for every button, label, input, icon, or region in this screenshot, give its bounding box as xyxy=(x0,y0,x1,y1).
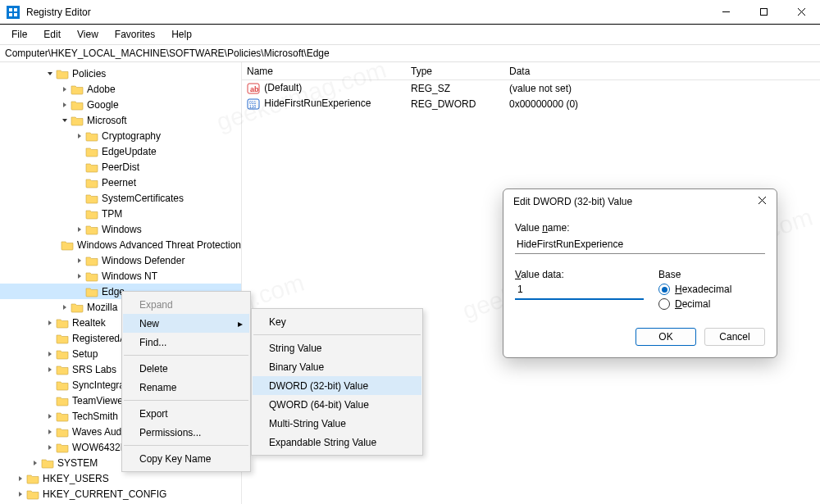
folder-icon xyxy=(85,270,98,282)
chevron-right-icon[interactable] xyxy=(44,413,56,420)
folder-icon xyxy=(85,161,98,173)
tree-item[interactable]: PeerDist xyxy=(0,159,241,175)
ctx-expand[interactable]: Expand xyxy=(123,295,249,314)
chevron-right-icon[interactable] xyxy=(44,444,56,451)
chevron-right-icon[interactable] xyxy=(59,304,71,311)
chevron-down-icon[interactable] xyxy=(44,70,56,77)
folder-icon xyxy=(56,426,69,438)
col-name-header[interactable]: Name xyxy=(242,66,406,77)
folder-icon xyxy=(85,208,98,220)
ctx-delete[interactable]: Delete xyxy=(123,359,249,378)
folder-icon xyxy=(26,488,39,500)
tree-item[interactable]: Windows NT xyxy=(0,268,241,284)
tree-item-label: PeerDist xyxy=(102,161,139,173)
tree-item-label: TPM xyxy=(102,208,122,220)
tree-item[interactable]: SystemCertificates xyxy=(0,190,241,206)
ctx-copy-key-name[interactable]: Copy Key Name xyxy=(123,449,249,468)
chevron-down-icon[interactable] xyxy=(59,117,71,124)
ctx-export[interactable]: Export xyxy=(123,404,249,423)
menu-favorites[interactable]: Favorites xyxy=(107,26,163,43)
chevron-right-icon[interactable] xyxy=(15,475,26,482)
context-menu: Expand New ▸ Find... Delete Rename Expor… xyxy=(121,291,251,472)
ctx-new-expandstring[interactable]: Expandable String Value xyxy=(253,433,421,452)
ctx-find[interactable]: Find... xyxy=(123,333,249,352)
folder-icon xyxy=(56,379,69,391)
tree-item-label: SYSTEM xyxy=(57,457,98,469)
ctx-new-label: New xyxy=(139,318,159,329)
tree-item[interactable]: Windows Advanced Threat Protection xyxy=(0,237,241,252)
tree-item[interactable]: Peernet xyxy=(0,175,241,190)
list-row[interactable]: ab (Default) REG_SZ (value not set) xyxy=(242,80,820,96)
ctx-new-key[interactable]: Key xyxy=(253,312,421,331)
tree-item-label: Policies xyxy=(72,68,106,79)
chevron-right-icon[interactable] xyxy=(44,429,56,435)
tree-item-label: Realtek xyxy=(72,317,106,329)
folder-icon xyxy=(71,84,84,95)
dialog-title: Edit DWORD (32-bit) Value xyxy=(513,196,632,207)
chevron-right-icon[interactable] xyxy=(74,273,85,279)
menu-view[interactable]: View xyxy=(69,26,107,43)
ctx-permissions[interactable]: Permissions... xyxy=(123,423,249,442)
radio-dot-icon xyxy=(658,298,670,310)
radio-dec-label: Decimal xyxy=(675,298,710,310)
list-row[interactable]: 011110 HideFirstRunExperience REG_DWORD … xyxy=(242,96,820,111)
ctx-new-binary[interactable]: Binary Value xyxy=(253,357,421,376)
value-name: (Default) xyxy=(264,82,302,93)
chevron-right-icon[interactable] xyxy=(44,366,56,373)
tree-item[interactable]: HKEY_CURRENT_CONFIG xyxy=(0,486,241,502)
ctx-new-string[interactable]: String Value xyxy=(253,338,421,357)
radio-hexadecimal[interactable]: Hexadecimal xyxy=(658,284,765,295)
ctx-new-dword[interactable]: DWORD (32-bit) Value xyxy=(253,376,421,395)
radio-decimal[interactable]: Decimal xyxy=(658,298,765,310)
value-name-field: HideFirstRunExperience xyxy=(515,235,765,254)
menu-edit[interactable]: Edit xyxy=(35,26,69,43)
tree-item[interactable]: Microsoft xyxy=(0,112,241,128)
ctx-rename[interactable]: Rename xyxy=(123,378,249,397)
submenu-arrow-icon: ▸ xyxy=(238,318,243,329)
col-type-header[interactable]: Type xyxy=(406,66,504,77)
value-name-label: Value name: xyxy=(515,222,765,234)
tree-item[interactable]: Windows xyxy=(0,221,241,237)
menu-file[interactable]: File xyxy=(3,26,35,43)
tree-item-label: SystemCertificates xyxy=(102,193,184,204)
chevron-right-icon[interactable] xyxy=(74,257,85,264)
tree-item[interactable]: EdgeUpdate xyxy=(0,143,241,159)
tree-item[interactable]: Windows Defender xyxy=(0,252,241,268)
chevron-right-icon[interactable] xyxy=(30,460,41,466)
close-button[interactable] xyxy=(782,0,820,25)
app-icon xyxy=(7,6,20,19)
minimize-button[interactable] xyxy=(707,0,745,25)
ctx-new-qword[interactable]: QWORD (64-bit) Value xyxy=(253,395,421,414)
tree-item[interactable]: Policies xyxy=(0,66,241,81)
cancel-button[interactable]: Cancel xyxy=(704,328,765,346)
chevron-right-icon[interactable] xyxy=(59,102,71,108)
chevron-right-icon[interactable] xyxy=(44,351,56,357)
chevron-right-icon[interactable] xyxy=(74,226,85,233)
value-name: HideFirstRunExperience xyxy=(264,98,371,109)
chevron-right-icon[interactable] xyxy=(74,133,85,139)
maximize-button[interactable] xyxy=(745,0,782,25)
menu-help[interactable]: Help xyxy=(163,26,200,43)
tree-item[interactable]: Google xyxy=(0,97,241,112)
chevron-right-icon[interactable] xyxy=(44,320,56,326)
address-bar[interactable]: Computer\HKEY_LOCAL_MACHINE\SOFTWARE\Pol… xyxy=(0,44,820,62)
folder-icon xyxy=(85,286,98,297)
tree-item[interactable]: Adobe xyxy=(0,81,241,97)
chevron-right-icon[interactable] xyxy=(59,86,71,93)
value-data-input[interactable] xyxy=(515,280,644,300)
tree-item-label: TeamViewer xyxy=(72,395,126,406)
ctx-new[interactable]: New ▸ xyxy=(123,314,249,333)
dialog-close-button[interactable] xyxy=(758,196,767,207)
tree-item-label: HKEY_USERS xyxy=(43,473,109,484)
tree-item[interactable]: TPM xyxy=(0,206,241,221)
tree-item[interactable]: Cryptography xyxy=(0,128,241,143)
menubar: File Edit View Favorites Help xyxy=(0,25,820,44)
tree-item-label: SRS Labs xyxy=(72,364,116,375)
ok-button[interactable]: OK xyxy=(636,328,696,346)
tree-item-label: EdgeUpdate xyxy=(102,146,157,157)
col-data-header[interactable]: Data xyxy=(504,66,820,77)
folder-icon xyxy=(61,239,74,251)
ctx-new-multistring[interactable]: Multi-String Value xyxy=(253,414,421,433)
chevron-right-icon[interactable] xyxy=(15,491,26,497)
tree-item[interactable]: HKEY_USERS xyxy=(0,470,241,486)
